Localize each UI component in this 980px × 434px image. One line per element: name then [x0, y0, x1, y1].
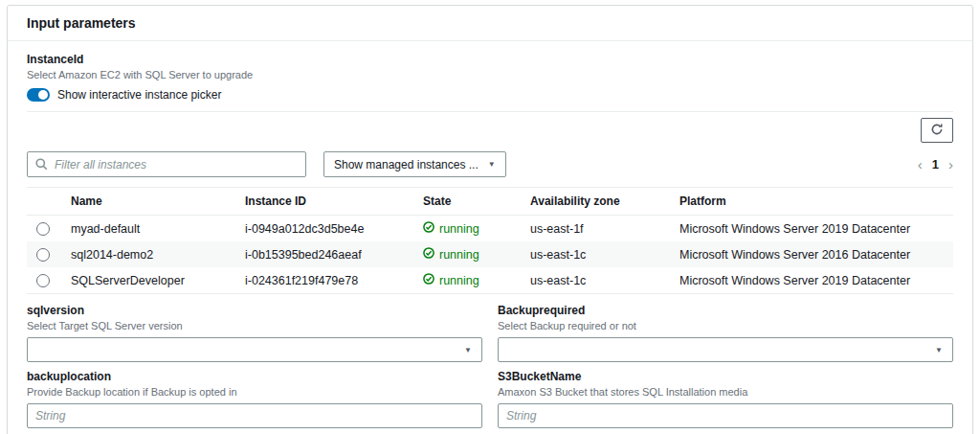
field-backuprequired: Backuprequired Select Backup required or… [498, 304, 953, 362]
sqlversion-select[interactable]: ▼ [27, 337, 482, 362]
column-header-instance-id: Instance ID [235, 188, 413, 216]
caret-down-icon: ▼ [488, 161, 496, 169]
column-header-platform: Platform [670, 188, 953, 216]
instance-id-param: InstanceId Select Amazon EC2 with SQL Se… [27, 53, 953, 102]
cell-instance-id: i-0b15395bed246aeaf [235, 241, 413, 267]
cell-platform: Microsoft Windows Server 2019 Datacenter [670, 216, 953, 242]
state-label: running [439, 248, 479, 262]
filter-input[interactable] [27, 151, 306, 177]
state-label: running [439, 274, 479, 287]
status-badge: running [423, 273, 511, 287]
s3bucketname-input[interactable] [498, 403, 953, 428]
status-badge: running [423, 221, 511, 236]
interactive-picker-toggle[interactable] [27, 88, 50, 102]
field-help: Provide Backup location if Backup is opt… [27, 385, 482, 399]
cell-az: us-east-1c [521, 267, 670, 294]
column-header-state: State [413, 188, 521, 216]
field-help: Select Backup required or not [498, 319, 953, 332]
card-header: Input parameters [8, 6, 972, 41]
table-row[interactable]: SQLServerDeveloper i-024361f219f479e78 r… [27, 267, 953, 294]
caret-down-icon: ▼ [464, 347, 472, 354]
check-circle-icon [423, 247, 434, 262]
column-header-az: Availability zone [521, 188, 670, 216]
cell-platform: Microsoft Windows Server 2019 Datacenter [670, 267, 953, 294]
instance-id-label: InstanceId [27, 53, 953, 67]
table-row[interactable]: sql2014-demo2 i-0b15395bed246aeaf runnin… [27, 241, 953, 267]
check-circle-icon [423, 221, 434, 236]
cell-instance-id: i-024361f219f479e78 [235, 267, 413, 294]
page-title: Input parameters [27, 15, 953, 31]
table-row[interactable]: myad-default i-0949a012dc3d5be4e running… [27, 216, 953, 242]
cell-name: SQLServerDeveloper [61, 267, 235, 294]
field-label: sqlversion [27, 304, 482, 318]
radio-column-header [27, 188, 61, 216]
dropdown-label: Show managed instances ... [334, 158, 479, 171]
cell-instance-id: i-0949a012dc3d5be4e [235, 216, 413, 242]
field-label: Backuprequired [498, 304, 953, 318]
table-header-row: Name Instance ID State Availability zone… [27, 188, 953, 216]
cell-az: us-east-1f [521, 216, 670, 242]
pagination: ‹ 1 › [918, 157, 953, 171]
instance-picker: Show managed instances ... ▼ ‹ 1 › Name … [27, 111, 953, 294]
filter-search [27, 151, 306, 177]
field-help: Amaxon S3 Bucket that stores SQL Install… [498, 385, 953, 399]
toggle-knob [38, 90, 48, 100]
field-sqlversion: sqlversion Select Target SQL Server vers… [27, 304, 482, 362]
field-s3bucketname: S3BucketName Amaxon S3 Bucket that store… [498, 370, 953, 428]
status-badge: running [423, 247, 511, 262]
chevron-right-icon[interactable]: › [948, 157, 953, 171]
field-help: Select Target SQL Server version [27, 319, 482, 332]
backuplocation-input[interactable] [27, 403, 482, 428]
cell-az: us-east-1c [521, 241, 670, 267]
chevron-left-icon[interactable]: ‹ [918, 157, 923, 171]
caret-down-icon: ▼ [935, 347, 943, 354]
instances-table: Name Instance ID State Availability zone… [27, 187, 953, 294]
instance-radio[interactable] [36, 274, 50, 287]
instance-type-dropdown[interactable]: Show managed instances ... ▼ [323, 151, 506, 177]
parameter-form: sqlversion Select Target SQL Server vers… [27, 304, 953, 434]
page-number[interactable]: 1 [932, 157, 939, 171]
instance-radio[interactable] [36, 222, 50, 236]
field-backuplocation: backuplocation Provide Backup location i… [27, 370, 482, 428]
cell-platform: Microsoft Windows Server 2016 Datacenter [670, 241, 953, 267]
field-label: S3BucketName [498, 370, 953, 384]
toggle-label: Show interactive instance picker [57, 88, 221, 102]
backuprequired-select[interactable]: ▼ [498, 337, 953, 362]
state-label: running [439, 222, 479, 236]
field-label: backuplocation [27, 370, 482, 384]
instance-id-help: Select Amazon EC2 with SQL Server to upg… [27, 68, 953, 81]
cell-name: sql2014-demo2 [61, 241, 235, 267]
cell-name: myad-default [61, 216, 235, 242]
instance-radio[interactable] [36, 248, 50, 262]
refresh-button[interactable] [921, 118, 953, 143]
refresh-icon [930, 123, 944, 139]
column-header-name: Name [61, 188, 235, 216]
input-parameters-card: Input parameters InstanceId Select Amazo… [7, 5, 973, 434]
check-circle-icon [423, 273, 434, 287]
